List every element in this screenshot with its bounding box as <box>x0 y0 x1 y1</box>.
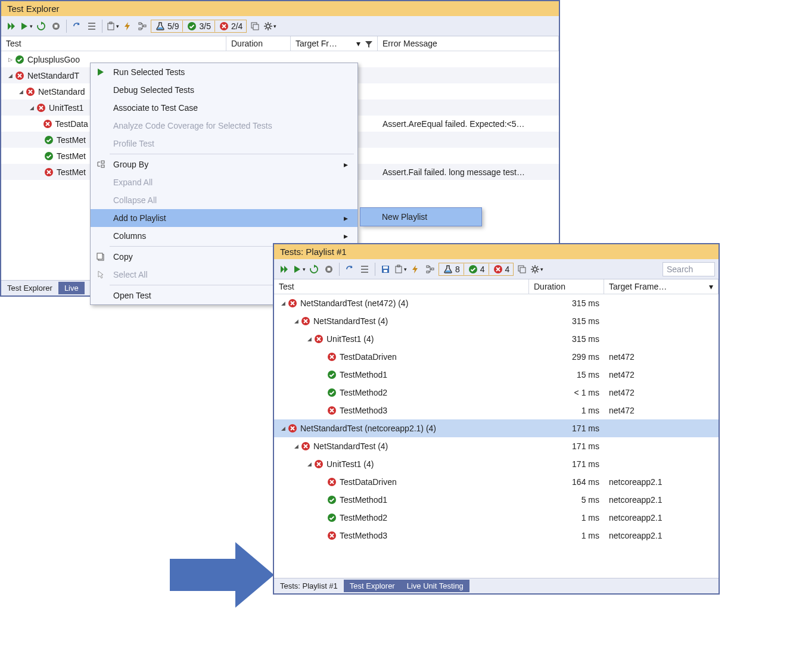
expander-icon[interactable] <box>319 533 325 539</box>
test-row[interactable]: ◢UnitTest1 (4)315 ms <box>274 330 719 348</box>
target-cell: net472 <box>604 352 719 362</box>
counter-total[interactable]: 5/9 <box>151 20 183 32</box>
stop-button[interactable] <box>322 263 335 276</box>
target-cell: net472 <box>604 388 719 397</box>
refresh-button[interactable] <box>70 20 83 33</box>
expander-icon[interactable] <box>319 497 325 503</box>
col-test[interactable]: Test <box>274 279 529 294</box>
menu-columns[interactable]: Columns▸ <box>91 227 357 245</box>
hierarchy-button[interactable] <box>136 20 149 33</box>
test-row[interactable]: TestMethod31 msnet472 <box>274 402 719 419</box>
menu-label: Copy <box>113 252 133 262</box>
window-button[interactable] <box>515 263 528 276</box>
column-headers: Test Duration Target Fr…▾ Error Message <box>1 36 559 51</box>
expander-icon[interactable]: ◢ <box>306 461 312 467</box>
test-row[interactable]: ◢NetStandardTest (4)315 ms <box>274 312 719 330</box>
trigger-button[interactable] <box>409 263 422 276</box>
col-target[interactable]: Target Fr…▾ <box>291 36 378 51</box>
expander-icon[interactable]: ◢ <box>280 300 286 306</box>
test-row[interactable]: ◢NetStandardTest (net472) (4)315 ms <box>274 294 719 312</box>
error-message: Assert.Fail failed. long message test… <box>378 167 559 177</box>
repeat-button[interactable] <box>307 263 321 276</box>
menu-new-playlist[interactable]: New Playlist <box>360 208 481 226</box>
playlist-button[interactable]: ▾ <box>394 263 407 276</box>
hierarchy-button[interactable] <box>424 263 437 276</box>
test-row[interactable]: ◢UnitTest1 (4)171 ms <box>274 455 719 473</box>
run-button[interactable]: ▾ <box>293 263 306 276</box>
run-all-button[interactable] <box>278 263 291 276</box>
counter-total[interactable]: 8 <box>439 263 464 275</box>
playlist-button[interactable]: ▾ <box>106 20 119 33</box>
window-button[interactable] <box>248 20 262 33</box>
pass-icon <box>44 135 54 145</box>
expander-icon[interactable] <box>39 121 41 127</box>
expander-icon[interactable] <box>39 169 42 175</box>
pane-title: Tests: Playlist #1 <box>274 244 719 259</box>
col-error[interactable]: Error Message <box>378 36 559 51</box>
copy-icon <box>94 252 107 262</box>
counter-fail[interactable]: 2/4 <box>215 20 246 32</box>
search-input[interactable]: Search <box>663 262 715 276</box>
expander-icon[interactable]: ◢ <box>29 105 35 111</box>
fail-icon <box>26 87 35 97</box>
expander-icon[interactable]: ◢ <box>280 425 286 431</box>
expander-icon[interactable] <box>319 372 325 378</box>
menu-group-by[interactable]: Group By▸ <box>91 155 357 173</box>
menu-associate-to-test-case[interactable]: Associate to Test Case <box>91 99 357 117</box>
expander-icon[interactable]: ▷ <box>7 57 13 63</box>
expander-icon[interactable]: ◢ <box>293 318 299 324</box>
test-name: NetStandardT <box>27 71 79 80</box>
expander-icon[interactable] <box>319 515 325 521</box>
expander-icon[interactable] <box>319 479 325 485</box>
expander-icon[interactable] <box>319 390 325 396</box>
tab-test-explorer[interactable]: Test Explorer <box>344 580 401 592</box>
expander-icon[interactable]: ◢ <box>293 443 299 449</box>
test-row[interactable]: TestMethod2< 1 msnet472 <box>274 384 719 402</box>
repeat-button[interactable] <box>35 20 48 33</box>
col-duration[interactable]: Duration <box>226 36 291 51</box>
run-button[interactable]: ▾ <box>20 20 33 33</box>
tab-test-explorer[interactable]: Test Explorer <box>1 282 58 294</box>
test-row[interactable]: ◢NetStandardTest (4)171 ms <box>274 437 719 455</box>
expander-icon[interactable] <box>39 137 42 143</box>
test-row[interactable]: TestMethod21 msnetcoreapp2.1 <box>274 509 719 527</box>
run-all-button[interactable] <box>5 20 18 33</box>
menu-run-selected-tests[interactable]: Run Selected Tests <box>91 63 357 81</box>
settings-button[interactable]: ▾ <box>530 263 543 276</box>
counter-pass[interactable]: 3/5 <box>183 20 214 32</box>
expander-icon[interactable] <box>39 153 42 159</box>
stop-button[interactable] <box>49 20 63 33</box>
tab-playlist[interactable]: Tests: Playlist #1 <box>274 580 344 592</box>
tab-live-unit-testing[interactable]: Live Unit Testing <box>401 580 469 592</box>
target-cell: netcoreapp2.1 <box>604 495 719 505</box>
test-row[interactable]: TestDataDriven164 msnetcoreapp2.1 <box>274 473 719 491</box>
col-target[interactable]: Target Frame…▾ <box>604 279 719 294</box>
test-row[interactable]: TestMethod15 msnetcoreapp2.1 <box>274 491 719 509</box>
trigger-button[interactable] <box>121 20 134 33</box>
menu-debug-selected-tests[interactable]: Debug Selected Tests <box>91 81 357 99</box>
col-duration[interactable]: Duration <box>529 279 604 294</box>
expander-icon[interactable]: ◢ <box>7 73 13 79</box>
duration-cell: 1 ms <box>529 513 604 522</box>
expander-icon[interactable]: ◢ <box>306 336 312 342</box>
test-row[interactable]: TestMethod31 msnetcoreapp2.1 <box>274 527 719 545</box>
test-row[interactable]: TestMethod115 msnet472 <box>274 366 719 384</box>
expander-icon[interactable] <box>319 354 325 360</box>
menu-add-to-playlist[interactable]: Add to Playlist▸ <box>91 209 357 227</box>
refresh-button[interactable] <box>343 263 356 276</box>
test-row[interactable]: TestDataDriven299 msnet472 <box>274 348 719 366</box>
test-name: NetStandardTest (4) <box>313 441 388 451</box>
test-row[interactable]: ◢NetStandardTest (netcoreapp2.1) (4)171 … <box>274 419 719 437</box>
test-name: UnitTest1 <box>49 103 83 113</box>
tab-live[interactable]: Live <box>58 282 85 294</box>
counter-fail[interactable]: 4 <box>489 263 514 275</box>
settings-button[interactable]: ▾ <box>263 20 276 33</box>
show-list-button[interactable] <box>85 20 98 33</box>
counter-pass[interactable]: 4 <box>464 263 489 275</box>
col-test[interactable]: Test <box>1 36 226 51</box>
expander-icon[interactable] <box>319 407 325 413</box>
menu-profile-test: Profile Test <box>91 135 357 153</box>
expander-icon[interactable]: ◢ <box>18 89 24 95</box>
save-button[interactable] <box>379 263 392 276</box>
show-list-button[interactable] <box>358 263 371 276</box>
